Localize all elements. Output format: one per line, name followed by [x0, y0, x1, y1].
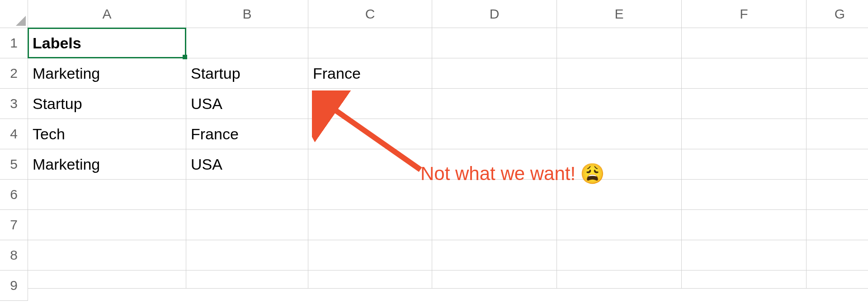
cell-c8[interactable] — [308, 240, 432, 271]
cell-e7[interactable] — [557, 210, 682, 240]
cells-area: Labels Marketing Startup France Startup … — [28, 28, 868, 289]
row-header-3[interactable]: 3 — [0, 89, 28, 119]
cell-b9[interactable] — [186, 271, 308, 289]
cell-a5[interactable]: Marketing — [28, 149, 186, 180]
table-row: Labels — [28, 28, 868, 58]
column-headers: A B C D E F G — [28, 0, 868, 28]
table-row — [28, 240, 868, 271]
cell-e8[interactable] — [557, 240, 682, 271]
table-row — [28, 210, 868, 240]
cell-f2[interactable] — [682, 58, 807, 89]
row-header-7[interactable]: 7 — [0, 210, 28, 240]
cell-b3[interactable]: USA — [186, 89, 308, 119]
cell-a1[interactable]: Labels — [28, 28, 186, 58]
cell-d8[interactable] — [432, 240, 557, 271]
table-row: Marketing USA — [28, 149, 868, 180]
cell-f3[interactable] — [682, 89, 807, 119]
fill-handle[interactable] — [183, 55, 187, 59]
cell-g3[interactable] — [807, 89, 868, 119]
row-header-8[interactable]: 8 — [0, 240, 28, 271]
column-header-e[interactable]: E — [557, 0, 682, 28]
cell-g8[interactable] — [807, 240, 868, 271]
cell-f7[interactable] — [682, 210, 807, 240]
cell-d5[interactable] — [432, 149, 557, 180]
row-header-6[interactable]: 6 — [0, 180, 28, 210]
cell-c5[interactable] — [308, 149, 432, 180]
cell-c3[interactable] — [308, 89, 432, 119]
cell-e1[interactable] — [557, 28, 682, 58]
cell-g9[interactable] — [807, 271, 868, 289]
table-row — [28, 180, 868, 210]
row-header-9[interactable]: 9 — [0, 271, 28, 301]
cell-f5[interactable] — [682, 149, 807, 180]
table-row: Marketing Startup France — [28, 58, 868, 89]
cell-f1[interactable] — [682, 28, 807, 58]
column-header-f[interactable]: F — [682, 0, 807, 28]
cell-c9[interactable] — [308, 271, 432, 289]
cell-b1[interactable] — [186, 28, 308, 58]
cell-b2[interactable]: Startup — [186, 58, 308, 89]
cell-d9[interactable] — [432, 271, 557, 289]
cell-a4[interactable]: Tech — [28, 119, 186, 149]
cell-b4[interactable]: France — [186, 119, 308, 149]
cell-b8[interactable] — [186, 240, 308, 271]
row-header-4[interactable]: 4 — [0, 119, 28, 149]
spreadsheet-grid: A B C D E F G 1 2 3 4 5 6 7 8 9 Labels M… — [0, 0, 868, 304]
cell-c2[interactable]: France — [308, 58, 432, 89]
cell-a7[interactable] — [28, 210, 186, 240]
cell-c7[interactable] — [308, 210, 432, 240]
cell-a2[interactable]: Marketing — [28, 58, 186, 89]
select-all-triangle-icon — [16, 16, 26, 26]
cell-d7[interactable] — [432, 210, 557, 240]
cell-e6[interactable] — [557, 180, 682, 210]
select-all-corner[interactable] — [0, 0, 28, 28]
cell-b7[interactable] — [186, 210, 308, 240]
cell-c1[interactable] — [308, 28, 432, 58]
cell-a3[interactable]: Startup — [28, 89, 186, 119]
column-header-g[interactable]: G — [807, 0, 868, 28]
cell-c4[interactable] — [308, 119, 432, 149]
cell-b5[interactable]: USA — [186, 149, 308, 180]
cell-c6[interactable] — [308, 180, 432, 210]
cell-e5[interactable] — [557, 149, 682, 180]
cell-a8[interactable] — [28, 240, 186, 271]
cell-f8[interactable] — [682, 240, 807, 271]
cell-g2[interactable] — [807, 58, 868, 89]
cell-d1[interactable] — [432, 28, 557, 58]
cell-e3[interactable] — [557, 89, 682, 119]
cell-g6[interactable] — [807, 180, 868, 210]
column-header-c[interactable]: C — [308, 0, 432, 28]
cell-f9[interactable] — [682, 271, 807, 289]
cell-d3[interactable] — [432, 89, 557, 119]
cell-a9[interactable] — [28, 271, 186, 289]
row-headers: 1 2 3 4 5 6 7 8 9 — [0, 28, 28, 301]
cell-g4[interactable] — [807, 119, 868, 149]
table-row: Startup USA — [28, 89, 868, 119]
row-header-5[interactable]: 5 — [0, 149, 28, 180]
cell-e4[interactable] — [557, 119, 682, 149]
cell-e2[interactable] — [557, 58, 682, 89]
cell-b6[interactable] — [186, 180, 308, 210]
cell-d6[interactable] — [432, 180, 557, 210]
cell-g5[interactable] — [807, 149, 868, 180]
cell-d4[interactable] — [432, 119, 557, 149]
row-header-2[interactable]: 2 — [0, 58, 28, 89]
cell-f6[interactable] — [682, 180, 807, 210]
cell-g7[interactable] — [807, 210, 868, 240]
cell-e9[interactable] — [557, 271, 682, 289]
cell-f4[interactable] — [682, 119, 807, 149]
column-header-a[interactable]: A — [28, 0, 186, 28]
table-row: Tech France — [28, 119, 868, 149]
cell-g1[interactable] — [807, 28, 868, 58]
column-header-b[interactable]: B — [186, 0, 308, 28]
cell-a6[interactable] — [28, 180, 186, 210]
row-header-1[interactable]: 1 — [0, 28, 28, 58]
table-row — [28, 271, 868, 289]
column-header-d[interactable]: D — [432, 0, 557, 28]
cell-d2[interactable] — [432, 58, 557, 89]
